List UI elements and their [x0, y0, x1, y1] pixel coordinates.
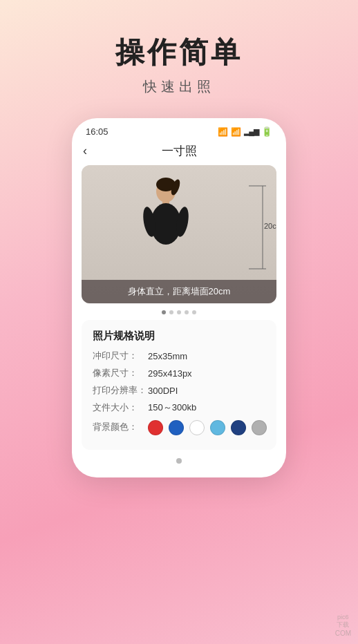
info-row-bgcolor: 背景颜色： [93, 419, 265, 435]
svg-text:20cm: 20cm [264, 222, 276, 230]
watermark: pic6 下载 COM [335, 614, 351, 637]
label-dpi: 打印分辨率： [93, 384, 148, 397]
swatch-dark-blue[interactable] [231, 420, 246, 435]
carousel-dots [72, 310, 286, 314]
svg-point-4 [151, 203, 181, 245]
status-time: 16:05 [86, 126, 109, 137]
photo-card: 20cm 身体直立，距离墙面20cm [82, 165, 276, 303]
swatch-gray[interactable] [252, 420, 267, 435]
status-icons: 📶 📶 ▂▄▆ 🔋 [218, 126, 272, 137]
label-pixel-size: 像素尺寸： [93, 367, 148, 379]
dot-5 [192, 310, 196, 314]
dot-4 [185, 310, 189, 314]
info-row-filesize: 文件大小： 150～300kb [93, 401, 265, 414]
info-card-title: 照片规格说明 [93, 330, 265, 343]
wifi-icon: 📶 [218, 127, 228, 137]
swatch-light-blue[interactable] [210, 420, 225, 435]
value-filesize: 150～300kb [148, 401, 196, 414]
dot-3 [177, 310, 181, 314]
bottom-indicator [72, 458, 286, 464]
label-bgcolor: 背景颜色： [93, 421, 148, 433]
dot-1 [162, 310, 166, 314]
person-figure [123, 172, 206, 283]
info-row-print-size: 冲印尺寸： 25x35mm [93, 350, 265, 362]
label-filesize: 文件大小： [93, 401, 148, 414]
label-print-size: 冲印尺寸： [93, 350, 148, 362]
watermark-top: pic6 [337, 614, 349, 621]
info-row-pixel-size: 像素尺寸： 295x413px [93, 367, 265, 379]
signal-icon: ▂▄▆ [244, 127, 258, 136]
color-swatches [148, 420, 267, 435]
info-row-dpi: 打印分辨率： 300DPI [93, 384, 265, 397]
center-dot [176, 458, 182, 464]
signal-bars: 📶 [231, 127, 241, 137]
distance-lines: 20cm [221, 179, 276, 290]
swatch-white[interactable] [189, 420, 205, 435]
watermark-com: COM [335, 629, 351, 637]
image-caption: 身体直立，距离墙面20cm [82, 280, 276, 303]
back-button[interactable]: ‹ [83, 144, 87, 158]
swatch-red[interactable] [148, 420, 163, 435]
status-bar: 16:05 📶 📶 ▂▄▆ 🔋 [72, 118, 286, 140]
value-dpi: 300DPI [148, 386, 178, 396]
nav-bar: ‹ 一寸照 [72, 140, 286, 165]
page-sub-title: 快速出照 [115, 77, 243, 96]
dot-2 [169, 310, 173, 314]
swatch-blue[interactable] [169, 420, 184, 435]
value-print-size: 25x35mm [148, 351, 187, 361]
info-card: 照片规格说明 冲印尺寸： 25x35mm 像素尺寸： 295x413px 打印分… [82, 320, 276, 450]
value-pixel-size: 295x413px [148, 368, 192, 379]
battery-icon: 🔋 [261, 126, 272, 137]
nav-title: 一寸照 [162, 143, 197, 159]
page-main-title: 操作简单 [115, 33, 243, 72]
phone-mockup: 16:05 📶 📶 ▂▄▆ 🔋 ‹ 一寸照 [72, 118, 286, 477]
watermark-download: 下载 [337, 621, 349, 629]
